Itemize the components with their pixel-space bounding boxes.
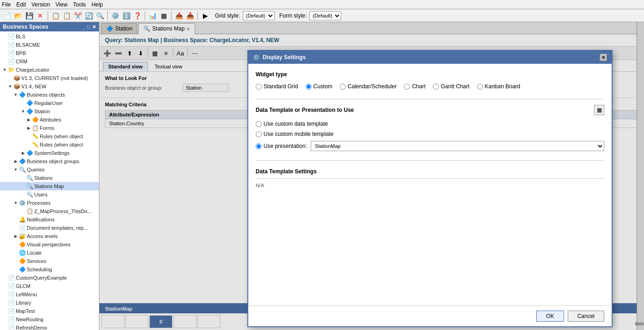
tree-item-scheduling[interactable]: 🔷 Scheduling xyxy=(0,265,99,274)
tree-item-stationsmap[interactable]: 🔍 Stations Map xyxy=(0,182,99,190)
radio-standard-grid[interactable]: Standard Grid xyxy=(256,83,298,90)
info-button[interactable]: ℹ️ xyxy=(121,11,131,21)
tree-item-doctemplates[interactable]: 📄 Document templates, rep... xyxy=(0,224,99,232)
chart-button[interactable]: 📊 xyxy=(147,11,158,21)
tree-item-leftmenu[interactable]: 📄 LeftMenu xyxy=(0,290,99,299)
main-layout: Business Spaces _ □ ✕ 📄 BLS 📄 BLSACME 📄 xyxy=(0,22,644,330)
radio-chart-input[interactable] xyxy=(404,84,410,90)
label-v13: V1.3, CURRENT (not loaded) xyxy=(21,75,88,81)
dialog-close-button[interactable]: ✕ xyxy=(600,54,607,61)
cut-button[interactable]: ✂️ xyxy=(73,11,83,21)
open-button[interactable]: 📂 xyxy=(13,11,23,21)
settings-button[interactable]: ⚙️ xyxy=(110,11,120,21)
tree-item-notifications[interactable]: 🔔 Notifications xyxy=(0,215,99,224)
menu-tools[interactable]: Tools xyxy=(73,1,86,8)
radio-chart[interactable]: Chart xyxy=(404,83,425,90)
radio-kanban-input[interactable] xyxy=(477,84,483,90)
tree-item-bizgroups[interactable]: ▶ 🔷 Business object groups xyxy=(0,157,99,165)
menu-file[interactable]: File xyxy=(2,1,11,8)
ok-button[interactable]: OK xyxy=(536,311,564,322)
radio-use-presentation-input[interactable] xyxy=(256,143,262,149)
tree-item-v14[interactable]: ▼ 📦 V1.4, NEW xyxy=(0,82,99,91)
tree-item-services[interactable]: 🔶 Services xyxy=(0,257,99,265)
paste-button[interactable]: 📋 xyxy=(61,11,72,21)
tree-item-attributes[interactable]: ▶ 🔶 Attributes xyxy=(0,116,99,124)
tree-item-rules2[interactable]: 📏 Rules (when object xyxy=(0,141,99,149)
tree-item-station[interactable]: ▼ 🔷 Station xyxy=(0,107,99,116)
tree-item-chargelocator[interactable]: ▼ 📁 ChargeLocator xyxy=(0,66,99,74)
menu-view[interactable]: View xyxy=(55,1,67,8)
icon-v13: 📦 xyxy=(13,74,20,82)
tree-item-bpb[interactable]: 📄 BPB xyxy=(0,49,99,57)
dialog-divider-1 xyxy=(256,99,604,99)
radio-calendar-input[interactable] xyxy=(340,84,346,90)
tree-item-v13[interactable]: 📦 V1.3, CURRENT (not loaded) xyxy=(0,74,99,82)
radio-standard-grid-input[interactable] xyxy=(256,84,262,90)
new-button[interactable]: 📄 xyxy=(2,11,12,21)
tree-item-blsacme[interactable]: 📄 BLSACME xyxy=(0,41,99,49)
run-button[interactable]: ▶ xyxy=(200,11,210,21)
tree-item-maptest[interactable]: 📄 MapTest xyxy=(0,307,99,315)
tree-item-locale[interactable]: 🌐 Locale xyxy=(0,249,99,257)
tree-item-visualpersp[interactable]: 🔶 Visual perspectives xyxy=(0,240,99,249)
menu-version[interactable]: Version xyxy=(31,1,50,8)
grid-button[interactable]: ▦ xyxy=(159,11,169,21)
sidebar-maximize-icon[interactable]: □ xyxy=(87,24,90,30)
tree-item-customqe[interactable]: 📄 CustomQueryExample xyxy=(0,274,99,282)
tree-item-library[interactable]: 📄 Library xyxy=(0,299,99,307)
refresh-button[interactable]: 🔄 xyxy=(84,11,94,21)
sidebar-close-icon[interactable]: ✕ xyxy=(92,24,96,30)
tree-item-processes[interactable]: ▼ ⚙️ Processes xyxy=(0,199,99,207)
save-button[interactable]: 💾 xyxy=(24,11,34,21)
dts-value: N/A xyxy=(256,183,604,188)
tree-item-crm[interactable]: 📄 CRM xyxy=(0,57,99,66)
tree-item-queries[interactable]: ▼ 🔍 Queries xyxy=(0,165,99,174)
icon-customqe: 📄 xyxy=(7,274,15,281)
tree-item-forms[interactable]: ▶ 📋 Forms xyxy=(0,124,99,132)
radio-kanban[interactable]: Kanban Board xyxy=(477,83,521,90)
radio-calendar[interactable]: Calendar/Scheduler xyxy=(340,83,397,90)
tree-item-zmapprocess[interactable]: 📋 Z_MapProcess_ThisDo... xyxy=(0,207,99,215)
label-attributes: Attributes xyxy=(40,117,61,122)
tree-item-refreshdemo[interactable]: 📄 RefreshDemo xyxy=(0,324,99,330)
radio-custom-mobile-input[interactable] xyxy=(256,131,262,137)
tree-item-systemsettings[interactable]: ▶ 🔷 SystemSettings xyxy=(0,149,99,157)
form-style-label: Form style: xyxy=(279,12,307,19)
copy-button[interactable]: 📋 xyxy=(50,11,61,21)
presentation-select[interactable]: StationMap xyxy=(311,141,604,151)
cancel-button[interactable]: Cancel xyxy=(568,311,604,322)
menu-help[interactable]: Help xyxy=(92,1,103,8)
grid-style-select[interactable]: (Default) xyxy=(243,11,275,20)
radio-custom-mobile-label: Use custom mobile template xyxy=(264,131,333,137)
tree-item-access[interactable]: ▶ 🔐 Access levels xyxy=(0,232,99,240)
grid-icon-button[interactable]: ▦ xyxy=(594,105,604,115)
sidebar-minimize-icon[interactable]: _ xyxy=(82,24,85,30)
radio-chart-label: Chart xyxy=(412,83,425,90)
radio-gantt[interactable]: Gantt Chart xyxy=(433,83,469,90)
tree-item-bls[interactable]: 📄 BLS xyxy=(0,32,99,41)
radio-custom-mobile[interactable]: Use custom mobile template xyxy=(256,131,604,137)
close-red-button[interactable]: ✕ xyxy=(35,11,45,21)
tree-item-stations[interactable]: 🔍 Stations xyxy=(0,174,99,182)
radio-gantt-input[interactable] xyxy=(433,84,439,90)
search-button[interactable]: 🔍 xyxy=(95,11,105,21)
radio-custom[interactable]: Custom xyxy=(306,83,332,90)
form-style-select[interactable]: (Default) xyxy=(309,11,341,20)
radio-custom-input[interactable] xyxy=(306,84,312,90)
help-button[interactable]: ❓ xyxy=(132,11,142,21)
dts-title: Data Template Settings xyxy=(256,168,604,175)
import-button[interactable]: 📥 xyxy=(185,11,195,21)
radio-custom-data-input[interactable] xyxy=(256,121,262,127)
tree-item-bizobjs[interactable]: ▼ 🔷 Business objects xyxy=(0,91,99,99)
dialog-title-left: ⚙️ Display Settings xyxy=(253,54,306,61)
tree-item-glcm[interactable]: 📄 GLCM xyxy=(0,282,99,290)
tree-item-users[interactable]: 🔍 Users xyxy=(0,190,99,199)
radio-custom-data[interactable]: Use custom data template xyxy=(256,121,604,127)
export-button[interactable]: 📤 xyxy=(174,11,184,21)
tree-item-regularuser[interactable]: 🔷 RegularUser xyxy=(0,99,99,107)
tree-item-rules1[interactable]: 📏 Rules (when object xyxy=(0,132,99,141)
radio-use-presentation[interactable]: Use presentation: xyxy=(256,143,307,149)
tree-item-newrouting[interactable]: 📄 NewRouting xyxy=(0,315,99,324)
label-users: Users xyxy=(34,192,48,197)
menu-edit[interactable]: Edit xyxy=(16,1,26,8)
